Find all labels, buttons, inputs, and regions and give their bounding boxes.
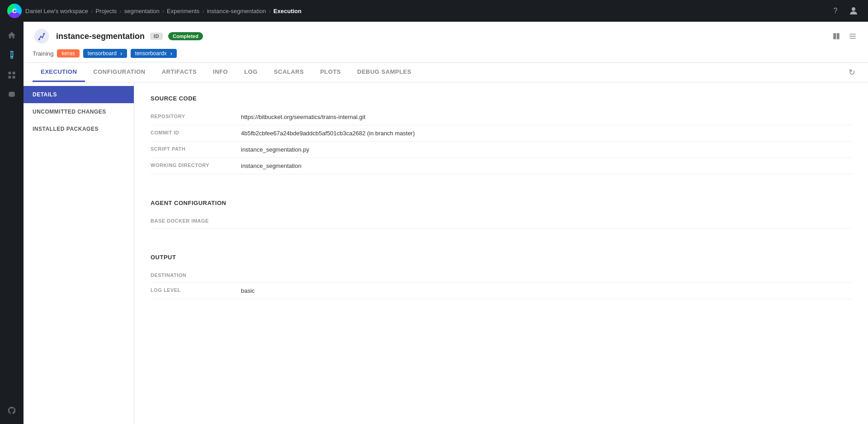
field-val-repository[interactable]: https://bitbucket.org/seematics/trains-i… <box>241 109 852 125</box>
breadcrumb-segmentation[interactable]: segmentation <box>124 8 160 14</box>
tab-configuration[interactable]: CONFIGURATION <box>85 63 153 82</box>
field-val-loglevel: basic <box>241 283 852 299</box>
tab-artifacts[interactable]: ARTIFACTS <box>154 63 205 82</box>
svg-point-1 <box>11 57 13 59</box>
output-title: OUTPUT <box>151 254 852 261</box>
nav-experiments[interactable] <box>4 47 20 63</box>
sidebar-icons <box>0 22 24 424</box>
breadcrumb: Daniel Lew's workspace › Projects › segm… <box>25 8 302 14</box>
field-val-destination <box>241 268 852 283</box>
svg-point-8 <box>38 38 40 40</box>
sidebar-item-packages[interactable]: INSTALLED PACKAGES <box>24 120 134 138</box>
svg-point-7 <box>34 29 49 43</box>
content-area: instance-segmentation ID Completed Train… <box>24 22 868 424</box>
table-row: WORKING DIRECTORY instance_segmentation <box>151 158 852 174</box>
table-row: COMMIT ID 4b5fb2cbfee67a24bde9addcb5af50… <box>151 125 852 142</box>
field-val-workingdir: instance_segmentation <box>241 158 852 174</box>
nav-github[interactable] <box>4 402 20 419</box>
sep1: › <box>91 8 93 14</box>
breadcrumb-projects[interactable]: Projects <box>95 8 117 14</box>
tag-tensorboardx[interactable]: tensorboardx › <box>131 49 177 58</box>
badge-id: ID <box>150 33 163 40</box>
header-row1: instance-segmentation ID Completed <box>33 27 859 45</box>
table-row: SCRIPT PATH instance_segmentation.py <box>151 142 852 158</box>
split-view-icon[interactable] <box>830 30 843 43</box>
field-key-workingdir: WORKING DIRECTORY <box>151 158 241 174</box>
table-row: LOG LEVEL basic <box>151 283 852 299</box>
details-sidebar: DETAILS UNCOMMITTED CHANGES INSTALLED PA… <box>24 82 134 424</box>
sep3: › <box>162 8 164 14</box>
tag-tensorboard[interactable]: tensorboard › <box>83 49 127 58</box>
header-panel: instance-segmentation ID Completed Train… <box>24 22 868 63</box>
task-icon <box>33 27 51 45</box>
svg-rect-3 <box>13 72 15 75</box>
field-key-commitid: COMMIT ID <box>151 125 241 142</box>
field-val-scriptpath: instance_segmentation.py <box>241 142 852 158</box>
nav-home[interactable] <box>4 27 20 43</box>
breadcrumb-current: Execution <box>274 8 302 14</box>
tab-log[interactable]: LOG <box>236 63 266 82</box>
menu-icon[interactable] <box>846 30 859 43</box>
field-key-repository: REPOSITORY <box>151 109 241 125</box>
field-key-scriptpath: SCRIPT PATH <box>151 142 241 158</box>
field-key-dockerimage: BASE DOCKER IMAGE <box>151 214 241 229</box>
main-wrapper: instance-segmentation ID Completed Train… <box>0 22 868 424</box>
svg-rect-5 <box>13 76 15 79</box>
source-code-table: REPOSITORY https://bitbucket.org/seemati… <box>151 109 852 174</box>
header-icons <box>830 30 859 43</box>
tab-execution[interactable]: EXECUTION <box>33 63 85 82</box>
refresh-icon[interactable]: ↻ <box>845 64 859 81</box>
main-content: SOURCE CODE REPOSITORY https://bitbucket… <box>134 82 868 424</box>
header-row2: Training keras tensorboard › tensorboard… <box>33 49 859 58</box>
training-label: Training <box>33 50 53 57</box>
sep5: › <box>269 8 271 14</box>
nav-models[interactable] <box>4 67 20 83</box>
breadcrumb-workspace[interactable]: Daniel Lew's workspace <box>25 8 88 14</box>
table-row: DESTINATION <box>151 268 852 283</box>
output-table: DESTINATION LOG LEVEL basic <box>151 268 852 299</box>
task-name: instance-segmentation <box>56 32 145 41</box>
breadcrumb-instance-seg[interactable]: instance-segmentation <box>207 8 266 14</box>
agent-config-title: AGENT CONFIGURATION <box>151 200 852 206</box>
field-val-commitid: 4b5fb2cbfee67a24bde9addcb5af501cb3ca2682… <box>241 125 852 142</box>
tab-scalars[interactable]: SCALARS <box>266 63 312 82</box>
source-code-title: SOURCE CODE <box>151 95 852 102</box>
field-val-dockerimage <box>241 214 852 229</box>
field-key-loglevel: LOG LEVEL <box>151 283 241 299</box>
agent-config-table: BASE DOCKER IMAGE <box>151 214 852 229</box>
user-avatar[interactable] <box>846 4 861 18</box>
app-logo[interactable]: C <box>7 4 22 18</box>
svg-point-9 <box>43 33 45 35</box>
svg-point-0 <box>852 7 855 11</box>
topnav: C Daniel Lew's workspace › Projects › se… <box>0 0 868 22</box>
sep2: › <box>119 8 121 14</box>
table-row: REPOSITORY https://bitbucket.org/seemati… <box>151 109 852 125</box>
svg-rect-2 <box>9 72 11 75</box>
breadcrumb-experiments[interactable]: Experiments <box>167 8 199 14</box>
tab-debug-samples[interactable]: DEBUG SAMPLES <box>349 63 420 82</box>
tab-info[interactable]: INFO <box>205 63 236 82</box>
nav-datasets[interactable] <box>4 87 20 103</box>
tabs-row: EXECUTION CONFIGURATION ARTIFACTS INFO L… <box>24 63 868 82</box>
sep4: › <box>202 8 204 14</box>
badge-completed: Completed <box>168 32 203 40</box>
tab-plots[interactable]: PLOTS <box>312 63 349 82</box>
body-split: DETAILS UNCOMMITTED CHANGES INSTALLED PA… <box>24 82 868 424</box>
field-key-destination: DESTINATION <box>151 268 241 283</box>
sidebar-item-details[interactable]: DETAILS <box>24 86 134 103</box>
help-icon[interactable]: ? <box>828 4 843 18</box>
sidebar-item-uncommitted[interactable]: UNCOMMITTED CHANGES <box>24 103 134 120</box>
svg-rect-4 <box>9 76 11 79</box>
table-row: BASE DOCKER IMAGE <box>151 214 852 229</box>
tag-keras[interactable]: keras <box>57 49 79 57</box>
